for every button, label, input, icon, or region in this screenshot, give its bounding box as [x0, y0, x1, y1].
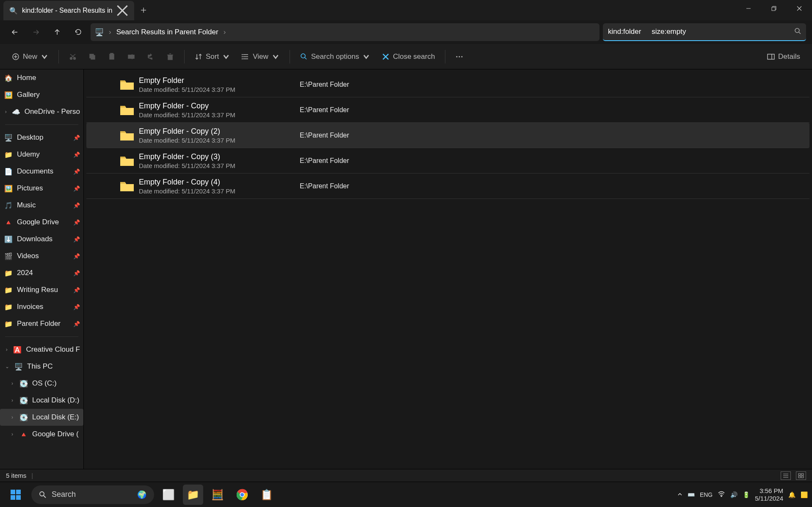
- sidebar-item[interactable]: 📁Parent Folder📌: [0, 315, 83, 332]
- sidebar-item[interactable]: 📁Invoices📌: [0, 298, 83, 315]
- sidebar-item[interactable]: 📁Writing Resu📌: [0, 281, 83, 298]
- minimize-button[interactable]: [736, 0, 761, 17]
- result-path: E:\Parent Folder: [300, 81, 349, 88]
- taskbar-clock[interactable]: 3:56 PM 5/11/2024: [755, 487, 783, 502]
- back-button[interactable]: [6, 23, 24, 41]
- system-tray[interactable]: ⌨️ ENG 🔊 🔋 3:56 PM 5/11/2024 🔔 🟨: [677, 487, 808, 502]
- sidebar-item[interactable]: 🎬Videos📌: [0, 248, 83, 265]
- share-icon: [147, 53, 155, 61]
- notifications-button[interactable]: 🔔: [788, 491, 795, 498]
- navigation-sidebar[interactable]: 🏠Home🖼️Gallery›☁️OneDrive - Perso🖥️Deskt…: [0, 69, 84, 469]
- sidebar-item[interactable]: ›☁️OneDrive - Perso: [0, 103, 83, 120]
- pin-icon[interactable]: 📌: [73, 253, 80, 259]
- file-explorer-taskbar-button[interactable]: 📁: [183, 485, 203, 505]
- sidebar-item[interactable]: 📁2024📌: [0, 265, 83, 281]
- keyboard-icon[interactable]: ⌨️: [688, 491, 695, 498]
- sidebar-item[interactable]: 🖼️Gallery: [0, 86, 83, 103]
- pin-icon[interactable]: 📌: [73, 304, 80, 310]
- address-bar[interactable]: 🖥️ › Search Results in Parent Folder ›: [91, 23, 599, 41]
- window-tab[interactable]: 🔍 kind:folder - Search Results in: [3, 1, 134, 20]
- search-results-list[interactable]: Empty FolderDate modified: 5/11/2024 3:3…: [84, 69, 812, 469]
- pin-icon[interactable]: 📌: [73, 135, 80, 141]
- delete-button[interactable]: [162, 48, 178, 65]
- tray-overflow-button[interactable]: [677, 491, 682, 498]
- cut-button[interactable]: [65, 48, 81, 65]
- search-result-row[interactable]: Empty Folder - Copy (2)Date modified: 5/…: [86, 123, 809, 148]
- view-button[interactable]: View: [238, 48, 284, 65]
- sidebar-item[interactable]: 🏠Home: [0, 69, 83, 86]
- pin-icon[interactable]: 📌: [73, 236, 80, 242]
- search-icon[interactable]: [794, 28, 801, 36]
- chevron-right-icon[interactable]: ›: [107, 28, 113, 36]
- input-language[interactable]: ENG: [700, 491, 713, 498]
- result-name: Empty Folder - Copy (3): [139, 152, 300, 161]
- expand-chevron-icon[interactable]: ›: [4, 109, 8, 115]
- pin-icon[interactable]: 📌: [73, 287, 80, 293]
- rename-button[interactable]: [123, 48, 139, 65]
- battery-icon[interactable]: 🔋: [743, 491, 750, 498]
- search-result-row[interactable]: Empty FolderDate modified: 5/11/2024 3:3…: [86, 72, 809, 97]
- start-button[interactable]: [4, 485, 27, 505]
- calculator-taskbar-button[interactable]: 🧮: [207, 485, 228, 505]
- sidebar-item[interactable]: 🔺Google Drive📌: [0, 214, 83, 231]
- search-input[interactable]: kind:folder size:empty: [603, 23, 806, 41]
- sidebar-item[interactable]: ⌄🖥️This PC: [0, 358, 83, 375]
- pin-icon[interactable]: 📌: [73, 219, 80, 226]
- expand-chevron-icon[interactable]: ›: [4, 347, 9, 353]
- close-window-button[interactable]: [787, 0, 812, 17]
- details-view-toggle[interactable]: [781, 471, 791, 480]
- tray-app-icon[interactable]: 🟨: [801, 491, 808, 498]
- maximize-button[interactable]: [761, 0, 787, 17]
- search-result-row[interactable]: Empty Folder - CopyDate modified: 5/11/2…: [86, 97, 809, 123]
- chevron-right-icon[interactable]: ›: [222, 28, 228, 36]
- share-button[interactable]: [143, 48, 159, 65]
- tab-close-button[interactable]: [116, 5, 128, 17]
- volume-icon[interactable]: 🔊: [730, 491, 737, 498]
- close-search-button[interactable]: Close search: [378, 48, 439, 65]
- large-icons-view-toggle[interactable]: [796, 471, 806, 480]
- paste-button[interactable]: [104, 48, 120, 65]
- more-button[interactable]: [451, 48, 467, 65]
- chrome-taskbar-button[interactable]: [232, 485, 252, 505]
- refresh-button[interactable]: [69, 23, 87, 41]
- pin-icon[interactable]: 📌: [73, 168, 80, 175]
- sidebar-item[interactable]: ⬇️Downloads📌: [0, 231, 83, 248]
- search-result-row[interactable]: Empty Folder - Copy (4)Date modified: 5/…: [86, 174, 809, 199]
- task-view-button[interactable]: ⬜: [158, 485, 179, 505]
- expand-chevron-icon[interactable]: ⌄: [4, 364, 10, 369]
- copy-button[interactable]: [84, 48, 100, 65]
- sidebar-item[interactable]: 🖥️Desktop📌: [0, 129, 83, 146]
- sidebar-item[interactable]: 🎵Music📌: [0, 197, 83, 214]
- search-options-button[interactable]: Search options: [296, 48, 374, 65]
- sidebar-item[interactable]: ›💽OS (C:): [0, 375, 83, 392]
- app-taskbar-button[interactable]: 📋: [257, 485, 277, 505]
- pin-icon[interactable]: 📌: [73, 321, 80, 327]
- sidebar-item[interactable]: 🖼️Pictures📌: [0, 180, 83, 197]
- breadcrumb-segment[interactable]: Search Results in Parent Folder: [116, 28, 218, 36]
- search-result-row[interactable]: Empty Folder - Copy (3)Date modified: 5/…: [86, 148, 809, 174]
- taskbar-search[interactable]: Search 🌍: [31, 485, 154, 504]
- new-button[interactable]: New: [8, 48, 52, 65]
- up-button[interactable]: [48, 23, 66, 41]
- pin-icon[interactable]: 📌: [73, 152, 80, 158]
- separator: [184, 50, 185, 63]
- sort-button[interactable]: Sort: [191, 48, 234, 65]
- sidebar-item[interactable]: ›💽Local Disk (E:): [0, 409, 83, 426]
- sidebar-item[interactable]: ›🅰️Creative Cloud F: [0, 341, 83, 358]
- expand-chevron-icon[interactable]: ›: [9, 414, 15, 420]
- new-tab-button[interactable]: [138, 4, 149, 16]
- sidebar-item[interactable]: ›🔺Google Drive (: [0, 426, 83, 443]
- expand-chevron-icon[interactable]: ›: [9, 431, 15, 437]
- details-pane-button[interactable]: Details: [763, 48, 804, 65]
- sidebar-item[interactable]: 📄Documents📌: [0, 163, 83, 180]
- pin-icon[interactable]: 📌: [73, 202, 80, 209]
- sidebar-item[interactable]: ›💽Local Disk (D:): [0, 392, 83, 409]
- pin-icon[interactable]: 📌: [73, 270, 80, 276]
- wifi-icon[interactable]: [718, 491, 725, 498]
- pin-icon[interactable]: 📌: [73, 185, 80, 192]
- forward-button[interactable]: [27, 23, 45, 41]
- sidebar-item[interactable]: 📁Udemy📌: [0, 146, 83, 163]
- expand-chevron-icon[interactable]: ›: [9, 397, 15, 403]
- expand-chevron-icon[interactable]: ›: [9, 380, 15, 386]
- sidebar-item-label: Invoices: [17, 303, 43, 311]
